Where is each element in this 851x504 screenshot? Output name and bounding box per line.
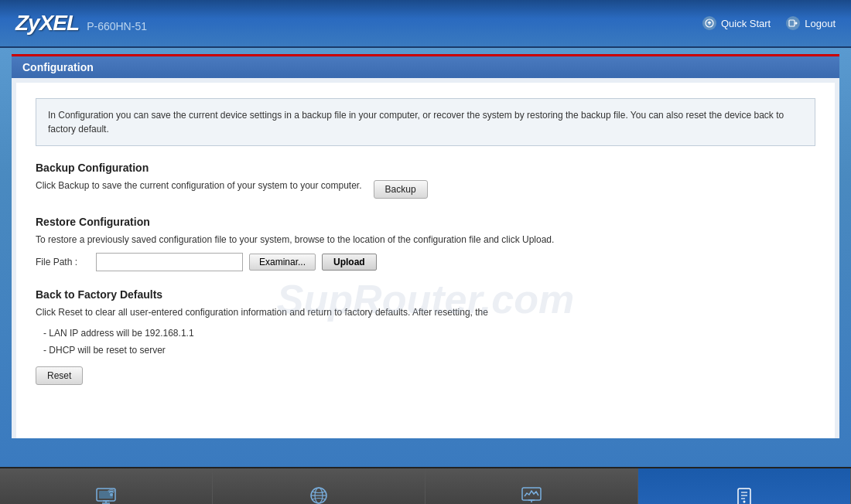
- factory-list: - LAN IP address will be 192.168.1.1 - D…: [43, 325, 815, 359]
- reset-row: Reset: [36, 366, 815, 385]
- header-actions: Quick Start Logout: [702, 16, 836, 30]
- factory-item-1: - LAN IP address will be 192.168.1.1: [43, 325, 815, 342]
- config-title-bar: Configuration: [12, 56, 839, 78]
- factory-item-2: - DHCP will be reset to server: [43, 342, 815, 359]
- quick-start-label: Quick Start: [721, 18, 771, 29]
- browse-button[interactable]: Examinar...: [249, 254, 316, 271]
- nav-maintenance[interactable]: Maintenance: [638, 468, 851, 504]
- info-box: In Configuration you can save the curren…: [36, 98, 815, 146]
- upload-button[interactable]: Upload: [322, 254, 377, 271]
- config-panel: Configuration SupRouter.com In Configura…: [12, 54, 839, 438]
- logout-label: Logout: [805, 18, 836, 29]
- logo: ZyXEL P-660HN-51: [15, 11, 147, 36]
- maintenance-icon: [731, 482, 757, 504]
- file-path-row: File Path : Examinar... Upload: [36, 253, 815, 271]
- backup-row: Click Backup to save the current configu…: [36, 180, 815, 199]
- header: ZyXEL P-660HN-51 Quick Start Logout: [0, 0, 851, 48]
- content-wrapper: Configuration SupRouter.com In Configura…: [0, 48, 851, 467]
- factory-desc: Click Reset to clear all user-entered co…: [36, 307, 815, 318]
- logout-icon: [786, 16, 800, 30]
- logout-button[interactable]: Logout: [786, 16, 836, 30]
- config-content: SupRouter.com In Configuration you can s…: [16, 83, 835, 438]
- svg-point-7: [110, 493, 113, 496]
- restore-desc: To restore a previously saved configurat…: [36, 234, 815, 245]
- svg-point-18: [743, 501, 746, 503]
- network-settings-icon: [306, 482, 332, 504]
- svg-rect-1: [789, 20, 795, 26]
- nav-system-monitor[interactable]: System Monitor: [426, 468, 638, 504]
- logo-model: P-660HN-51: [87, 20, 147, 32]
- backup-desc: Click Backup to save the current configu…: [36, 180, 362, 191]
- backup-title: Backup Configuration: [36, 162, 815, 174]
- quick-start-button[interactable]: Quick Start: [702, 16, 771, 30]
- info-text: In Configuration you can save the curren…: [48, 110, 784, 135]
- config-title: Configuration: [22, 61, 94, 73]
- file-path-label: File Path :: [36, 257, 90, 267]
- factory-section: Back to Factory Defaults Click Reset to …: [36, 288, 815, 385]
- reset-button[interactable]: Reset: [36, 366, 83, 385]
- backup-section: Backup Configuration Click Backup to sav…: [36, 162, 815, 199]
- restore-title: Restore Configuration: [36, 216, 815, 228]
- logo-brand: ZyXEL: [15, 11, 79, 36]
- nav-connection-status[interactable]: Connection Status: [0, 468, 213, 504]
- file-path-input[interactable]: [96, 253, 243, 271]
- system-monitor-icon: [518, 482, 545, 504]
- restore-section: Restore Configuration To restore a previ…: [36, 216, 815, 271]
- backup-button[interactable]: Backup: [374, 180, 428, 199]
- connection-status-icon: [93, 482, 119, 504]
- nav-network-settings[interactable]: Network Settings: [213, 468, 426, 504]
- bottom-nav: Connection Status Network Settings Syste…: [0, 467, 851, 504]
- factory-title: Back to Factory Defaults: [36, 288, 815, 301]
- quick-start-icon: [702, 16, 716, 30]
